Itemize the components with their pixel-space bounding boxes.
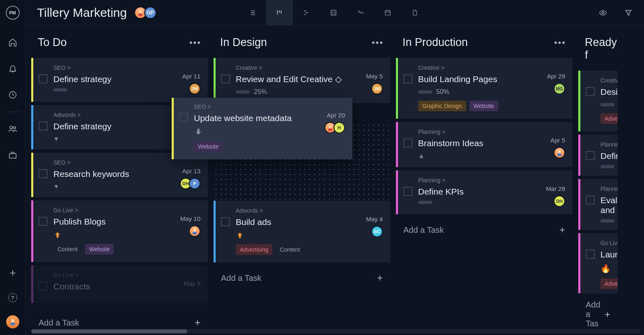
task-checkbox[interactable] (39, 217, 48, 226)
task-title[interactable]: Launc (600, 250, 618, 259)
task-card[interactable]: Go Live > Contracts May 9 (31, 265, 208, 303)
assignee-avatar[interactable]: P (189, 178, 200, 189)
task-due-date: May 9 (184, 280, 200, 287)
tag[interactable]: Website (85, 244, 114, 255)
horizontal-scrollbar[interactable] (31, 329, 641, 333)
task-checkbox[interactable] (403, 187, 412, 196)
dragging-card[interactable]: SEO > Update website metadata Website Ap… (172, 98, 352, 159)
home-icon[interactable] (8, 38, 17, 47)
assignee-avatar[interactable]: SC (371, 226, 383, 237)
assignee-avatar[interactable]: MG (554, 83, 565, 94)
task-checkbox[interactable] (586, 250, 595, 259)
team-icon[interactable] (8, 124, 17, 133)
task-title[interactable]: Define strategy (53, 74, 182, 84)
task-title[interactable]: Brainstorm Ideas (418, 138, 546, 148)
task-card[interactable]: SEO > Define strategy Apr 11 JW (31, 58, 208, 102)
list-view-tab[interactable] (239, 0, 266, 25)
tag[interactable]: Content (53, 244, 82, 255)
task-card[interactable]: Creative Desig 75 Adverti (578, 71, 618, 131)
task-checkbox[interactable] (39, 74, 48, 83)
task-due-date: May 5 (366, 73, 383, 80)
tag[interactable]: Content (276, 244, 304, 255)
board-view-tab[interactable] (266, 0, 293, 25)
task-card[interactable]: Creative > Build Landing Pages 50% Apr 2… (396, 58, 573, 119)
task-card[interactable]: Planning Evaluaand N (578, 179, 618, 230)
task-breadcrumb: Creative > (236, 64, 364, 71)
task-title[interactable]: Evaluaand N (600, 195, 618, 215)
assignee-avatar[interactable] (189, 225, 200, 237)
task-checkbox[interactable] (39, 169, 48, 178)
task-breadcrumb: SEO > (53, 159, 172, 166)
svg-point-10 (602, 11, 604, 14)
visibility-icon[interactable] (598, 9, 608, 17)
task-card[interactable]: Planning > Brainstorm Ideas ▲ Apr 5 (396, 122, 573, 167)
task-title[interactable]: Desig (600, 87, 618, 97)
task-checkbox[interactable] (586, 195, 595, 204)
recent-icon[interactable] (8, 90, 17, 99)
calendar-view-tab[interactable] (374, 0, 401, 25)
task-card[interactable]: Planning > Define KPIs Mar 28 DH (396, 170, 573, 214)
expand-icon[interactable]: ▼ (53, 183, 172, 190)
column-menu-icon[interactable]: ••• (189, 37, 201, 48)
add-task-button[interactable]: Add a Task+ (214, 266, 390, 290)
assignee-avatar[interactable] (554, 147, 565, 158)
task-checkbox[interactable] (221, 74, 230, 83)
task-title[interactable]: Publish Blogs (53, 217, 180, 227)
task-card[interactable]: Creative > Review and Edit Creative ◇ 25… (214, 58, 390, 103)
task-breadcrumb: Go Live > (53, 272, 184, 278)
task-card[interactable]: Adwords > Build ads May 4 SC Advertising… (214, 201, 390, 262)
filter-icon[interactable] (624, 9, 632, 17)
tag[interactable]: Website (469, 101, 498, 111)
sheet-view-tab[interactable] (320, 0, 347, 25)
tag[interactable]: Adverti (600, 113, 618, 124)
column-menu-icon[interactable]: ••• (554, 37, 566, 48)
task-title[interactable]: Update website metadata (194, 113, 311, 123)
task-checkbox[interactable] (403, 74, 412, 83)
svg-point-13 (558, 150, 561, 153)
user-avatar[interactable] (6, 315, 19, 328)
task-checkbox[interactable] (179, 112, 188, 122)
task-checkbox[interactable] (403, 138, 412, 147)
task-card[interactable]: SEO > Research keywords ▼ Apr 13 DHP (31, 153, 208, 197)
dashboard-view-tab[interactable] (347, 0, 374, 25)
help-icon[interactable]: ? (8, 293, 17, 302)
task-title[interactable]: Contracts (53, 282, 184, 291)
topbar: Tillery Marketing GP (25, 0, 644, 25)
task-title[interactable]: Review and Edit Creative ◇ (236, 74, 364, 84)
tag[interactable]: Adverti (600, 278, 618, 289)
task-checkbox[interactable] (39, 122, 48, 131)
task-card[interactable]: Go Live > Publish Blogs May 10 ContentWe… (31, 200, 208, 262)
gantt-view-tab[interactable] (293, 0, 320, 25)
notifications-icon[interactable] (8, 64, 17, 73)
task-card[interactable]: Planning Define (578, 135, 618, 176)
task-checkbox[interactable] (39, 282, 48, 291)
assignee-avatar[interactable]: JW (371, 83, 383, 94)
add-project-icon[interactable] (8, 268, 17, 278)
task-checkbox[interactable] (586, 87, 595, 96)
task-checkbox[interactable] (586, 151, 595, 160)
tag[interactable]: Advertising (236, 244, 272, 255)
member-avatar[interactable]: GP (144, 7, 156, 19)
files-view-tab[interactable] (401, 0, 428, 25)
assignee-avatar[interactable]: H (334, 122, 345, 133)
task-title[interactable]: Build ads (236, 217, 364, 227)
app-logo[interactable]: PM (6, 6, 20, 20)
svg-point-2 (13, 127, 16, 129)
portfolio-icon[interactable] (8, 151, 17, 160)
task-title[interactable]: Define (600, 151, 618, 161)
add-task-button[interactable]: Add a Tas+ (578, 293, 618, 335)
assignee-avatar[interactable]: DH (554, 195, 565, 207)
task-title[interactable]: Research keywords (53, 169, 172, 179)
column-menu-icon[interactable]: ••• (372, 37, 384, 48)
assignee-avatar[interactable]: JW (189, 83, 200, 94)
task-title[interactable]: Build Landing Pages (418, 74, 546, 84)
tag[interactable]: Graphic Design (418, 101, 466, 111)
tag[interactable]: Website (194, 141, 223, 152)
add-task-button[interactable]: Add a Task+ (396, 218, 573, 242)
task-due-date: Apr 29 (547, 73, 565, 80)
task-title[interactable]: Define KPIs (418, 187, 546, 197)
task-card[interactable]: Go Live Launc 🔥 Adverti (578, 233, 618, 293)
task-checkbox[interactable] (221, 217, 230, 226)
project-members[interactable]: GP (137, 7, 156, 19)
plus-icon: + (195, 317, 200, 328)
